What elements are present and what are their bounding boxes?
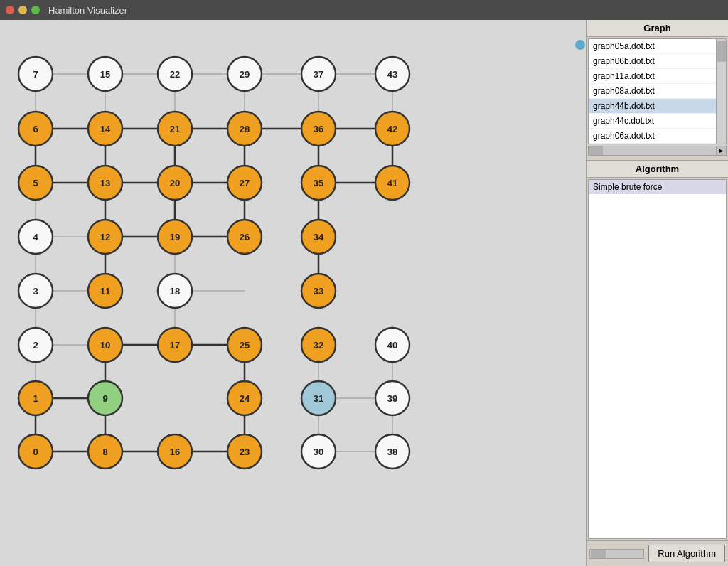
node-3[interactable]: 3: [18, 274, 53, 308]
scrollbar-thumb[interactable]: [717, 41, 726, 62]
svg-text:6: 6: [33, 124, 38, 134]
node-26[interactable]: 26: [228, 220, 262, 254]
node-21[interactable]: 21: [158, 112, 192, 146]
window-title: Hamilton Visualizer: [48, 5, 127, 16]
node-14[interactable]: 14: [88, 112, 122, 146]
graph-canvas: 0123456789101112131415161718192021222324…: [0, 20, 586, 566]
svg-text:10: 10: [100, 340, 110, 351]
node-2[interactable]: 2: [18, 328, 53, 362]
close-button[interactable]: [6, 6, 14, 14]
node-7[interactable]: 7: [18, 57, 53, 91]
node-11[interactable]: 11: [88, 274, 122, 308]
node-24[interactable]: 24: [228, 381, 262, 415]
node-10[interactable]: 10: [88, 328, 122, 362]
maximize-button[interactable]: [31, 6, 40, 14]
node-15[interactable]: 15: [88, 57, 122, 91]
svg-text:27: 27: [240, 178, 250, 188]
svg-text:17: 17: [170, 340, 180, 351]
node-38[interactable]: 38: [375, 434, 410, 469]
node-13[interactable]: 13: [88, 166, 122, 200]
svg-text:32: 32: [314, 340, 323, 351]
graph-list-item-selected[interactable]: graph44b.dot.txt: [589, 99, 726, 114]
graph-list-item[interactable]: graph08a.dot.txt: [589, 84, 726, 99]
svg-text:13: 13: [100, 178, 110, 188]
graph-list-item[interactable]: graph11a.dot.txt: [589, 69, 726, 84]
svg-text:12: 12: [100, 232, 110, 242]
node-1[interactable]: 1: [18, 381, 53, 415]
bottom-scrollbar[interactable]: [589, 549, 644, 559]
node-8[interactable]: 8: [88, 434, 122, 469]
svg-text:40: 40: [387, 340, 397, 351]
svg-text:14: 14: [100, 124, 111, 134]
svg-text:37: 37: [314, 69, 323, 80]
algo-list[interactable]: Simple brute force: [588, 179, 727, 539]
node-41[interactable]: 41: [375, 166, 410, 200]
svg-text:16: 16: [170, 447, 180, 457]
svg-text:38: 38: [387, 447, 397, 457]
svg-text:18: 18: [170, 286, 180, 297]
node-37[interactable]: 37: [301, 57, 336, 91]
hscrollbar-thumb[interactable]: [589, 146, 603, 155]
node-43[interactable]: 43: [375, 57, 410, 91]
svg-text:5: 5: [33, 178, 38, 188]
node-9[interactable]: 9: [88, 381, 122, 415]
indicator-dot: [575, 40, 585, 50]
minimize-button[interactable]: [18, 6, 27, 14]
svg-text:20: 20: [170, 178, 180, 188]
run-algorithm-button[interactable]: Run Algorithm: [648, 545, 725, 562]
graph-list-item[interactable]: graph06a.dot.txt: [589, 129, 726, 144]
graph-list-hscrollbar[interactable]: ►: [588, 146, 727, 156]
node-4[interactable]: 4: [18, 220, 53, 254]
svg-text:39: 39: [387, 393, 397, 404]
node-30[interactable]: 30: [301, 434, 336, 469]
hscrollbar-right-arrow[interactable]: ►: [716, 146, 726, 155]
node-33[interactable]: 33: [301, 274, 336, 308]
svg-text:26: 26: [240, 232, 250, 242]
svg-text:25: 25: [240, 340, 250, 351]
node-16[interactable]: 16: [158, 434, 192, 469]
graph-file-list[interactable]: graph05a.dot.txt graph06b.dot.txt graph1…: [588, 38, 727, 144]
graph-list-scrollbar[interactable]: [716, 39, 726, 144]
node-5[interactable]: 5: [18, 166, 53, 200]
node-27[interactable]: 27: [228, 166, 262, 200]
svg-text:8: 8: [102, 447, 107, 457]
svg-text:29: 29: [240, 69, 250, 80]
node-40[interactable]: 40: [375, 328, 410, 362]
node-19[interactable]: 19: [158, 220, 192, 254]
sidebar: Graph graph05a.dot.txt graph06b.dot.txt …: [586, 20, 728, 566]
node-31[interactable]: 31: [301, 381, 336, 415]
node-28[interactable]: 28: [228, 112, 262, 146]
node-18[interactable]: 18: [158, 274, 192, 308]
graph-list-item[interactable]: graph06b.dot.txt: [589, 54, 726, 69]
bottom-scrollbar-thumb[interactable]: [592, 550, 606, 558]
svg-text:35: 35: [314, 178, 323, 188]
node-0[interactable]: 0: [18, 434, 53, 469]
node-25[interactable]: 25: [228, 328, 262, 362]
node-29[interactable]: 29: [228, 57, 262, 91]
svg-text:24: 24: [240, 393, 250, 404]
svg-text:22: 22: [170, 69, 180, 80]
node-34[interactable]: 34: [301, 220, 336, 254]
svg-text:19: 19: [170, 232, 180, 242]
node-32[interactable]: 32: [301, 328, 336, 362]
node-23[interactable]: 23: [228, 434, 262, 469]
svg-text:36: 36: [314, 124, 323, 134]
svg-text:30: 30: [314, 447, 323, 457]
svg-text:0: 0: [33, 447, 38, 457]
node-20[interactable]: 20: [158, 166, 192, 200]
svg-text:15: 15: [100, 69, 110, 80]
node-36[interactable]: 36: [301, 112, 336, 146]
svg-text:31: 31: [314, 393, 323, 404]
svg-text:7: 7: [33, 69, 38, 80]
graph-list-item[interactable]: graph44c.dot.txt: [589, 114, 726, 129]
node-6[interactable]: 6: [18, 112, 53, 146]
node-22[interactable]: 22: [158, 57, 192, 91]
node-12[interactable]: 12: [88, 220, 122, 254]
svg-text:1: 1: [33, 393, 38, 404]
node-39[interactable]: 39: [375, 381, 410, 415]
node-42[interactable]: 42: [375, 112, 410, 146]
graph-list-item[interactable]: graph05a.dot.txt: [589, 39, 726, 54]
node-35[interactable]: 35: [301, 166, 336, 200]
algo-item[interactable]: Simple brute force: [589, 180, 726, 194]
node-17[interactable]: 17: [158, 328, 192, 362]
